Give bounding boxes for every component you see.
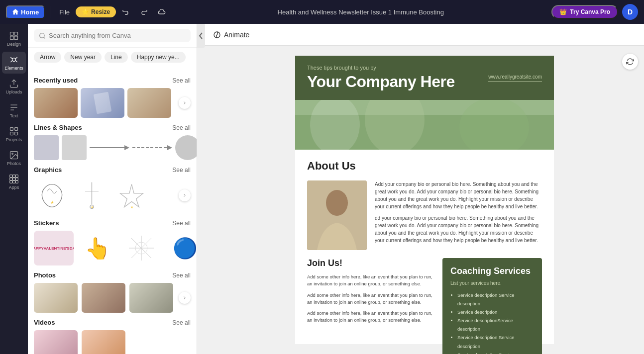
photo-3[interactable] xyxy=(129,283,173,313)
save-cloud-button[interactable] xyxy=(154,6,170,18)
recently-used-row xyxy=(34,88,191,118)
collapse-panel-button[interactable] xyxy=(197,24,205,48)
svg-text:★: ★ xyxy=(130,205,133,209)
filter-happy-new-year[interactable]: Happy new ye... xyxy=(131,52,186,63)
recently-used-thumb-3[interactable] xyxy=(127,88,171,118)
recently-used-see-all[interactable]: See all xyxy=(172,77,191,84)
nl-bottom-section: Join Us! Add some other info here, like … xyxy=(307,258,542,354)
topbar: Home File ⭐ Resize Health and Wellness N… xyxy=(0,0,644,24)
nl-tips-text: These tips brought to you by xyxy=(307,65,455,71)
nl-join-text-2: Add some other info here, like an event … xyxy=(307,292,434,306)
svg-point-11 xyxy=(12,153,13,155)
video-1[interactable] xyxy=(34,330,78,354)
nl-coaching-list: Service description Service description … xyxy=(450,291,534,354)
main-layout: Design Elements Uploads Text xyxy=(0,24,644,354)
redo-button[interactable] xyxy=(136,6,152,18)
sidebar-item-uploads[interactable]: Uploads xyxy=(2,76,26,97)
search-bar xyxy=(28,24,197,48)
svg-rect-1 xyxy=(14,32,18,36)
photo-2[interactable] xyxy=(82,283,125,313)
svg-rect-14 xyxy=(15,175,18,177)
file-button[interactable]: File xyxy=(55,6,74,18)
recently-used-next[interactable] xyxy=(179,97,191,109)
sidebar-item-text[interactable]: Text xyxy=(2,99,26,121)
animate-label: Animate xyxy=(224,31,249,39)
doc-title: Health and Wellness Newsletter Issue 1 I… xyxy=(174,8,547,16)
nl-join-title: Join Us! xyxy=(307,258,434,268)
newsletter-body: About Us Add your company bio or persona… xyxy=(295,150,554,354)
lines-shapes-see-all[interactable]: See all xyxy=(172,124,191,131)
stickers-see-all[interactable]: See all xyxy=(172,220,191,227)
sidebar-item-photos[interactable]: Photos xyxy=(2,147,26,169)
sidebar-item-projects[interactable]: Projects xyxy=(2,123,26,145)
search-input[interactable] xyxy=(49,32,186,39)
shapes-row xyxy=(34,135,191,160)
sticker-4[interactable]: 🔵 xyxy=(165,231,197,266)
sidebar-item-design[interactable]: Design xyxy=(2,28,26,50)
svg-rect-19 xyxy=(13,180,15,183)
avatar[interactable]: D xyxy=(622,4,638,20)
videos-see-all[interactable]: See all xyxy=(172,319,191,326)
sticker-2[interactable]: 👆 xyxy=(78,231,117,266)
photos-see-all[interactable]: See all xyxy=(172,272,191,279)
elements-panel: Arrow New year Line Happy new ye... Rece… xyxy=(28,24,197,354)
svg-rect-6 xyxy=(10,128,13,131)
shape-rect[interactable] xyxy=(62,135,87,160)
nl-about-para-1: Add your company bio or personal bio her… xyxy=(375,180,542,210)
sidebar-projects-label: Projects xyxy=(6,137,22,142)
photo-1[interactable] xyxy=(34,283,78,313)
shape-circle[interactable] xyxy=(175,135,197,160)
svg-rect-9 xyxy=(15,132,18,135)
nl-company: Your Company Here xyxy=(307,73,455,91)
graphics-see-all[interactable]: See all xyxy=(172,167,191,174)
nl-about-text: Add your company bio or personal bio her… xyxy=(375,180,542,250)
recently-used-thumb-2[interactable] xyxy=(81,88,124,118)
filter-new-year[interactable]: New year xyxy=(64,52,102,63)
shape-dashed-arrow[interactable] xyxy=(132,143,172,153)
recently-used-title: Recently used xyxy=(34,77,78,84)
animate-button[interactable]: Animate xyxy=(213,31,249,39)
sticker-3[interactable] xyxy=(121,231,161,266)
recently-used-thumb-1[interactable] xyxy=(34,88,78,118)
filter-line[interactable]: Line xyxy=(105,52,128,63)
coaching-service-4: Service description Service description xyxy=(457,333,534,350)
svg-rect-2 xyxy=(10,36,14,40)
animate-icon xyxy=(213,31,221,39)
sidebar-item-elements[interactable]: Elements xyxy=(2,52,26,74)
graphic-3[interactable]: ★ xyxy=(113,177,149,213)
newsletter-header: These tips brought to you by Your Compan… xyxy=(295,56,554,100)
canvas-refresh-button[interactable] xyxy=(622,54,638,70)
home-button[interactable]: Home xyxy=(6,5,45,19)
svg-text:★: ★ xyxy=(90,204,93,209)
graphics-title: Graphics xyxy=(34,166,62,174)
svg-text:★: ★ xyxy=(50,200,54,205)
sidebar-text-label: Text xyxy=(10,113,18,118)
svg-rect-15 xyxy=(10,178,12,180)
photos-title: Photos xyxy=(34,271,56,279)
svg-point-4 xyxy=(12,58,16,62)
svg-rect-13 xyxy=(13,175,15,177)
graphic-1[interactable]: ★ xyxy=(34,177,70,213)
graphics-next[interactable] xyxy=(179,189,191,201)
shape-square[interactable] xyxy=(34,135,59,160)
canvas-area: Animate These tips brought to you by You… xyxy=(205,24,644,354)
svg-rect-17 xyxy=(15,178,18,180)
filter-arrow[interactable]: Arrow xyxy=(34,52,61,63)
canvas-scroll[interactable]: These tips brought to you by Your Compan… xyxy=(205,46,644,354)
nl-join-text-1: Add some other info here, like an event … xyxy=(307,273,434,288)
svg-point-40 xyxy=(310,100,360,150)
resize-button[interactable]: ⭐ Resize xyxy=(76,6,116,17)
svg-point-41 xyxy=(365,100,425,150)
sticker-1[interactable]: HAPPY VALENTINE'S DAY xyxy=(34,231,74,266)
sidebar-item-apps[interactable]: Apps xyxy=(2,171,26,193)
try-pro-button[interactable]: 👑 Try Canva Pro xyxy=(551,5,618,19)
svg-rect-8 xyxy=(10,132,13,135)
undo-button[interactable] xyxy=(118,6,134,18)
panel-scroll: Recently used See all Lines & Shapes See xyxy=(28,67,197,354)
shape-line-arrow[interactable] xyxy=(90,143,129,153)
svg-rect-7 xyxy=(15,128,18,131)
video-2[interactable] xyxy=(82,330,125,354)
nl-join-text-3: Add some other info here, like an event … xyxy=(307,310,434,324)
graphic-2[interactable]: ★ xyxy=(74,177,109,213)
photos-next[interactable] xyxy=(179,292,191,304)
